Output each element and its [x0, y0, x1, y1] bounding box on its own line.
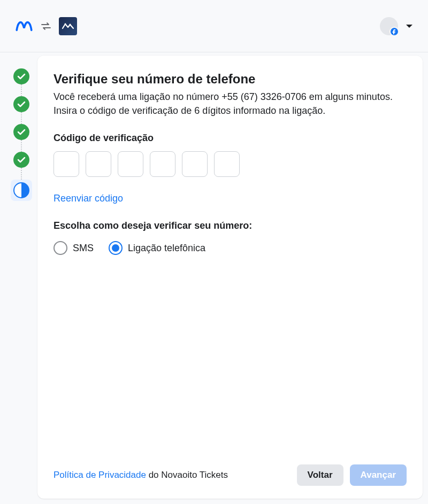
step-connector — [21, 112, 22, 124]
content-area: Verifique seu número de telefone Você re… — [0, 52, 428, 504]
step-connector — [21, 84, 22, 96]
code-field-label: Código de verificação — [54, 133, 407, 144]
step-connector — [21, 140, 22, 152]
page-subtitle: Você receberá uma ligação no número +55 … — [54, 90, 407, 118]
verification-method-group: SMS Ligação telefônica — [54, 241, 407, 255]
radio-option-call[interactable]: Ligação telefônica — [109, 241, 205, 255]
privacy-policy-link[interactable]: Política de Privacidade — [54, 470, 146, 480]
page-title: Verifique seu número de telefone — [54, 72, 407, 87]
privacy-text: Política de Privacidade do Novaoito Tick… — [54, 470, 228, 480]
code-digit-input[interactable] — [182, 151, 208, 177]
step-current-icon — [11, 180, 32, 201]
back-button[interactable]: Voltar — [297, 464, 343, 486]
app-tile-icon[interactable] — [59, 17, 77, 35]
step-complete-icon — [13, 68, 29, 84]
code-digit-input[interactable] — [54, 151, 79, 177]
radio-label: SMS — [73, 243, 94, 254]
svg-point-1 — [70, 24, 71, 25]
progress-stepper — [5, 56, 37, 499]
radio-icon — [109, 241, 123, 255]
step-complete-icon — [13, 124, 29, 140]
step-complete-icon — [13, 152, 29, 168]
top-bar-right — [380, 17, 413, 35]
radio-icon — [54, 241, 67, 255]
footer-buttons: Voltar Avançar — [297, 464, 407, 486]
radio-label: Ligação telefônica — [128, 243, 205, 254]
svg-point-0 — [65, 23, 66, 25]
code-digit-input[interactable] — [150, 151, 175, 177]
code-digit-input[interactable] — [214, 151, 240, 177]
step-connector — [21, 168, 22, 180]
account-menu[interactable] — [380, 17, 398, 35]
verification-method-label: Escolha como deseja verificar seu número… — [54, 220, 407, 231]
privacy-suffix: do Novaoito Tickets — [146, 470, 228, 480]
meta-logo-icon[interactable] — [15, 20, 33, 32]
code-digit-input[interactable] — [86, 151, 111, 177]
radio-option-sms[interactable]: SMS — [54, 241, 94, 255]
step-complete-icon — [13, 96, 29, 112]
code-digit-input[interactable] — [118, 151, 143, 177]
switch-icon[interactable] — [41, 22, 51, 30]
card-footer: Política de Privacidade do Novaoito Tick… — [54, 454, 407, 486]
top-bar — [0, 0, 428, 52]
facebook-badge-icon — [389, 27, 399, 36]
verification-card: Verifique seu número de telefone Você re… — [37, 56, 423, 499]
code-input-group — [54, 151, 407, 177]
resend-code-link[interactable]: Reenviar código — [54, 193, 407, 204]
top-bar-left — [15, 17, 77, 35]
chevron-down-icon[interactable] — [406, 21, 413, 31]
next-button[interactable]: Avançar — [350, 464, 407, 486]
